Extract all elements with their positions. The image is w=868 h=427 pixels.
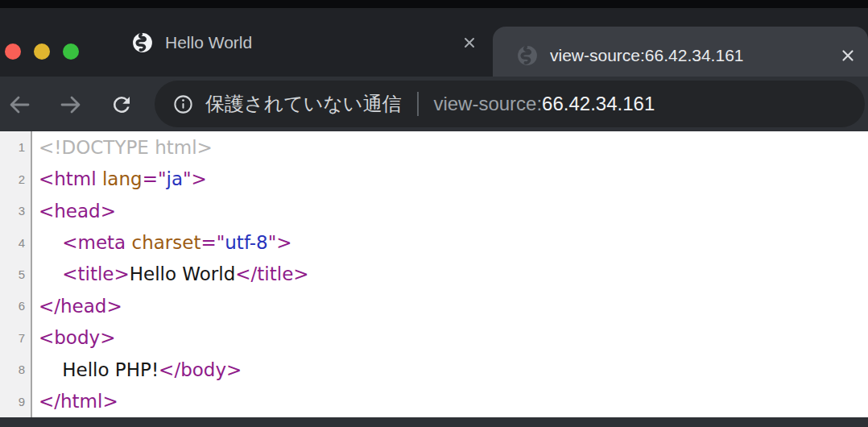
line-code: <html lang="ja">: [32, 163, 868, 194]
arrow-left-icon: [6, 92, 32, 118]
line-code: <title>Hello World</title>: [32, 259, 868, 290]
source-line: 1 <!DOCTYPE html>: [0, 131, 868, 163]
traffic-light-close[interactable]: [5, 44, 21, 60]
token-tag: <body>: [39, 327, 115, 348]
back-button[interactable]: [5, 90, 34, 119]
token-tag: </title>: [235, 263, 308, 284]
info-circle-icon: [172, 93, 194, 115]
window-bottom-edge: [0, 417, 868, 427]
traffic-light-minimize[interactable]: [34, 44, 50, 60]
forward-button[interactable]: [56, 90, 85, 119]
token-doctype: <!DOCTYPE html>: [39, 137, 213, 158]
navigation-toolbar: 保護されていない通信 view-source:66.42.34.161: [0, 77, 868, 131]
tab-close-button[interactable]: [839, 47, 857, 64]
browser-window: Hello World view-source:66.42.34.161: [0, 0, 868, 427]
url-scheme: view-source:: [433, 93, 542, 114]
token-tag: ">: [268, 232, 292, 253]
line-number: 4: [0, 226, 32, 258]
token-attr: lang: [97, 168, 143, 189]
line-code: <body>: [32, 322, 868, 354]
token-text: Hello World: [130, 263, 236, 284]
source-line: 6 </head>: [0, 290, 868, 321]
tab-close-button[interactable]: [461, 34, 478, 52]
line-code: </html>: [32, 386, 868, 417]
token-tag: <html: [39, 168, 97, 189]
reload-button[interactable]: [107, 90, 136, 119]
token-tag: <meta: [39, 232, 126, 253]
line-number: 2: [0, 163, 32, 194]
line-number: 1: [0, 131, 32, 163]
globe-icon: [132, 32, 153, 53]
line-number: 5: [0, 259, 32, 290]
line-number: 3: [0, 195, 32, 226]
close-icon: [839, 47, 857, 64]
line-code: <!DOCTYPE html>: [32, 131, 868, 163]
token-tag: ">: [183, 168, 207, 189]
url-host: 66.42.34.161: [542, 93, 655, 114]
source-view[interactable]: 1 <!DOCTYPE html> 2 <html lang="ja"> 3 <…: [0, 131, 868, 417]
line-code: </head>: [32, 290, 868, 321]
token-tag: <title>: [39, 263, 130, 284]
line-number: 7: [0, 322, 32, 354]
token-tag: </head>: [39, 296, 122, 317]
tab-bar: Hello World view-source:66.42.34.161: [0, 8, 868, 77]
refresh-icon: [110, 93, 134, 117]
token-val: utf-8: [225, 232, 267, 253]
close-icon: [461, 35, 477, 51]
tab-title: view-source:66.42.34.161: [550, 46, 839, 65]
tab-hello-world[interactable]: Hello World: [113, 8, 493, 77]
url-text: view-source:66.42.34.161: [433, 93, 655, 115]
token-text: Hello PHP!: [39, 359, 159, 380]
line-code: Hello PHP!</body>: [32, 354, 868, 385]
source-line: 4 <meta charset="utf-8">: [0, 226, 868, 258]
line-number: 6: [0, 290, 32, 321]
window-top-edge: [0, 0, 868, 8]
url-separator: [417, 92, 419, 116]
source-line: 7 <body>: [0, 322, 868, 354]
token-tag: =": [200, 232, 225, 253]
source-line: 2 <html lang="ja">: [0, 163, 868, 194]
source-line: 9 </html>: [0, 386, 868, 417]
token-tag: </html>: [39, 391, 118, 412]
token-tag: <head>: [39, 201, 116, 222]
globe-icon: [517, 45, 538, 66]
line-code: <meta charset="utf-8">: [32, 226, 868, 258]
traffic-lights: [5, 44, 79, 60]
site-info-button[interactable]: 保護されていない通信: [172, 91, 401, 117]
address-bar[interactable]: 保護されていない通信 view-source:66.42.34.161: [155, 81, 865, 127]
token-val: ja: [167, 168, 183, 189]
arrow-right-icon: [58, 92, 84, 118]
line-number: 8: [0, 354, 32, 385]
line-code: <head>: [32, 195, 868, 226]
token-tag: </body>: [159, 359, 242, 380]
token-tag: =": [143, 168, 167, 189]
traffic-light-zoom[interactable]: [63, 44, 79, 60]
security-label: 保護されていない通信: [205, 91, 401, 117]
source-line: 8 Hello PHP!</body>: [0, 354, 868, 385]
source-line: 5 <title>Hello World</title>: [0, 259, 868, 290]
line-number: 9: [0, 386, 32, 417]
source-line: 3 <head>: [0, 195, 868, 226]
tab-title: Hello World: [165, 33, 461, 52]
token-attr: charset: [126, 232, 200, 253]
